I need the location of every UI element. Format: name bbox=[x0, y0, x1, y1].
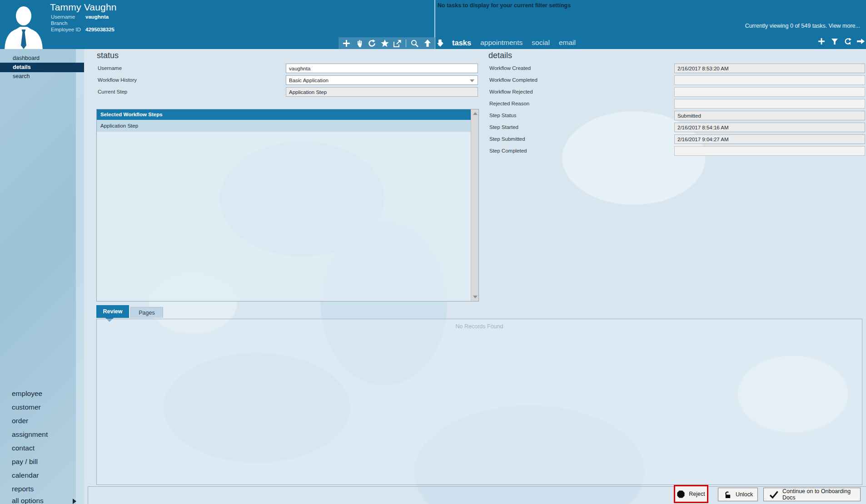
step-started-field: 2/16/2017 8:54:16 AM bbox=[674, 123, 865, 132]
nav-email[interactable]: email bbox=[559, 39, 576, 47]
rejected-reason-label: Rejected Reason bbox=[489, 99, 529, 109]
sidebar-item-customer[interactable]: customer bbox=[0, 400, 84, 414]
step-submitted-label: Step Submitted bbox=[489, 134, 525, 144]
filter-icon[interactable] bbox=[830, 37, 839, 45]
add-icon[interactable] bbox=[342, 39, 351, 47]
task-toolbar-right bbox=[817, 37, 865, 45]
stop-octagon-icon bbox=[677, 490, 685, 498]
nav-appointments[interactable]: appointments bbox=[480, 39, 523, 47]
add-task-icon[interactable] bbox=[817, 37, 826, 45]
tasks-notice: No tasks to display for your current fil… bbox=[438, 2, 571, 9]
step-status-field: Submitted bbox=[674, 111, 865, 120]
tasks-viewing-link[interactable]: Currently viewing 0 of 549 tasks. View m… bbox=[745, 23, 860, 29]
refresh-tasks-icon[interactable] bbox=[843, 37, 852, 45]
favorite-star-icon[interactable] bbox=[380, 39, 389, 47]
workflow-steps-list: Selected Workflow Steps Application Step bbox=[96, 109, 479, 301]
meta-branch: Branch bbox=[51, 20, 85, 27]
reject-button[interactable]: Reject bbox=[675, 486, 707, 502]
current-step-field: Application Step bbox=[286, 87, 478, 97]
workflow-created-field: 2/16/2017 8:53:20 AM bbox=[674, 64, 865, 73]
sidebar-item-assignment[interactable]: assignment bbox=[0, 428, 84, 441]
meta-branch-label: Branch bbox=[51, 20, 85, 27]
workflow-completed-label: Workflow Completed bbox=[489, 75, 538, 85]
step-submitted-field: 2/16/2017 9:04:27 AM bbox=[674, 134, 865, 144]
move-up-icon[interactable] bbox=[423, 39, 432, 47]
workflow-created-label: Workflow Created bbox=[489, 64, 531, 73]
chevron-down-icon bbox=[470, 79, 474, 82]
continue-button-label: Continue on to Onboarding Docs bbox=[782, 488, 855, 501]
rejected-reason-field bbox=[674, 99, 865, 109]
open-external-icon[interactable] bbox=[393, 39, 402, 47]
refresh-icon[interactable] bbox=[368, 39, 376, 47]
sidebar-item-all-options[interactable]: all options bbox=[0, 494, 84, 504]
workflow-steps-scrollbar[interactable] bbox=[471, 109, 478, 301]
workflow-history-value: Basic Application bbox=[289, 78, 328, 83]
toolbar-separator bbox=[406, 40, 406, 47]
meta-employee-id-label: Employee ID bbox=[51, 26, 85, 33]
status-section-title: status bbox=[97, 51, 119, 60]
no-records-text: No Records Found bbox=[96, 323, 862, 330]
workflow-history-label: Workflow History bbox=[98, 75, 137, 85]
review-panel bbox=[96, 319, 862, 485]
continue-onboarding-button[interactable]: Continue on to Onboarding Docs bbox=[763, 488, 861, 501]
avatar bbox=[1, 2, 46, 49]
check-icon bbox=[769, 491, 778, 499]
sidebar-item-search[interactable]: search bbox=[0, 72, 84, 81]
username-input[interactable]: vaughnta bbox=[286, 64, 478, 73]
forward-arrow-icon[interactable] bbox=[856, 37, 865, 45]
sidebar-item-pay-bill[interactable]: pay / bill bbox=[0, 455, 84, 469]
unlock-icon bbox=[724, 491, 732, 499]
tab-review[interactable]: Review bbox=[96, 305, 129, 318]
current-step-label: Current Step bbox=[98, 87, 127, 97]
workflow-rejected-field bbox=[674, 87, 865, 97]
sidebar-item-dashboard[interactable]: dashboard bbox=[0, 54, 84, 63]
task-nav: tasks appointments social email bbox=[438, 36, 576, 49]
nav-social[interactable]: social bbox=[532, 39, 550, 47]
unlock-button[interactable]: Unlock bbox=[718, 488, 758, 501]
meta-employee-id-value: 4295038325 bbox=[85, 27, 114, 32]
sidebar-item-order[interactable]: order bbox=[0, 414, 84, 428]
meta-employee-id: Employee ID4295038325 bbox=[51, 26, 114, 33]
nav-tasks[interactable]: tasks bbox=[452, 39, 471, 47]
employee-name: Tammy Vaughn bbox=[50, 2, 117, 13]
meta-username: Usernamevaughnta bbox=[51, 14, 109, 20]
meta-username-label: Username bbox=[51, 14, 85, 20]
submenu-arrow-icon bbox=[73, 499, 76, 504]
workflow-rejected-label: Workflow Rejected bbox=[489, 87, 533, 97]
sidebar-item-contact[interactable]: contact bbox=[0, 441, 84, 455]
tab-pages[interactable]: Pages bbox=[130, 307, 163, 318]
workflow-step-row[interactable]: Application Step bbox=[97, 120, 478, 132]
scroll-down-icon[interactable] bbox=[473, 296, 478, 298]
sidebar-item-details[interactable]: details bbox=[0, 63, 84, 72]
scroll-up-icon[interactable] bbox=[473, 112, 478, 115]
reject-highlight-frame: Reject bbox=[674, 485, 708, 503]
meta-username-value: vaughnta bbox=[85, 14, 109, 20]
details-section-title: details bbox=[488, 51, 512, 60]
step-completed-label: Step Completed bbox=[489, 146, 527, 156]
username-label: Username bbox=[98, 64, 122, 73]
sidebar-item-all-options-label: all options bbox=[12, 497, 44, 504]
unlock-button-label: Unlock bbox=[736, 491, 753, 498]
search-icon[interactable] bbox=[410, 39, 419, 47]
step-started-label: Step Started bbox=[489, 123, 518, 132]
step-status-label: Step Status bbox=[489, 111, 516, 120]
step-completed-field bbox=[674, 146, 865, 156]
workflow-steps-header: Selected Workflow Steps bbox=[97, 109, 478, 120]
workflow-history-dropdown[interactable]: Basic Application bbox=[286, 75, 478, 85]
workflow-completed-field bbox=[674, 75, 865, 85]
play-icon[interactable] bbox=[438, 40, 443, 46]
toolbar-icon-band bbox=[338, 37, 435, 49]
hand-pointer-icon[interactable] bbox=[355, 39, 363, 47]
reject-button-label: Reject bbox=[689, 491, 705, 497]
sidebar-item-employee[interactable]: employee bbox=[0, 387, 84, 400]
sidebar-item-calendar[interactable]: calendar bbox=[0, 469, 84, 482]
